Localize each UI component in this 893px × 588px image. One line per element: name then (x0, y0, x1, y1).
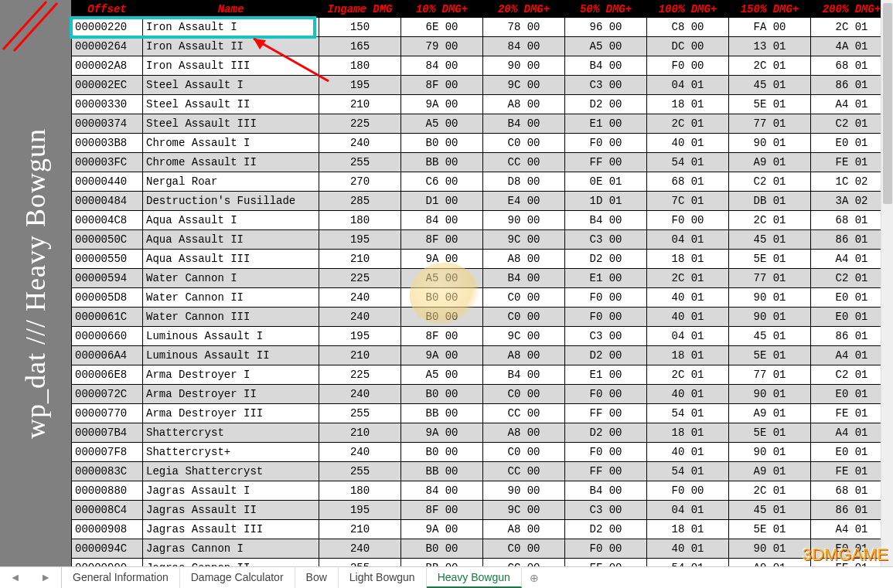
dmg20-cell[interactable]: B4 00 (483, 114, 565, 134)
table-row[interactable]: 00000484Destruction's Fusillade285D1 00E… (1, 192, 893, 211)
ingame-dmg-cell[interactable]: 240 (319, 385, 401, 404)
dmg20-cell[interactable]: 9C 00 (483, 230, 565, 250)
dmg50-cell[interactable]: 1D 01 (565, 192, 647, 211)
dmg10-cell[interactable]: D1 00 (401, 192, 483, 211)
dmg20-cell[interactable]: A8 00 (483, 520, 565, 539)
dmg50-cell[interactable]: F0 00 (565, 288, 647, 308)
table-row[interactable]: 000005D8Water Cannon II240B0 00C0 00F0 0… (1, 288, 893, 308)
dmg20-cell[interactable]: B4 00 (483, 269, 565, 288)
dmg150-cell[interactable]: A9 01 (729, 153, 811, 172)
offset-cell[interactable]: 0000061C (72, 308, 143, 327)
sheet-tab[interactable]: Bow (295, 568, 339, 588)
table-row[interactable]: 000002A8Iron Assault III18084 0090 00B4 … (1, 56, 893, 76)
dmg10-cell[interactable]: A5 00 (401, 114, 483, 134)
dmg100-cell[interactable]: 18 01 (647, 250, 729, 269)
ingame-dmg-cell[interactable]: 180 (319, 481, 401, 501)
dmg50-cell[interactable]: F0 00 (565, 443, 647, 462)
dmg50-cell[interactable]: D2 00 (565, 346, 647, 365)
dmg150-cell[interactable]: A9 01 (729, 559, 811, 567)
dmg10-cell[interactable]: 9A 00 (401, 250, 483, 269)
offset-cell[interactable]: 000008C4 (72, 501, 143, 520)
ingame-dmg-cell[interactable]: 210 (319, 520, 401, 539)
offset-cell[interactable]: 000003B8 (72, 134, 143, 153)
ingame-dmg-cell[interactable]: 210 (319, 250, 401, 269)
table-row[interactable]: 000006A4Luminous Assault II2109A 00A8 00… (1, 346, 893, 365)
header-10pct[interactable]: 10% DMG+ (401, 1, 483, 18)
table-row[interactable]: 00000990Jagras Cannon II255BB 00CC 00FF … (1, 559, 893, 567)
dmg100-cell[interactable]: 2C 01 (647, 365, 729, 385)
dmg100-cell[interactable]: 7C 01 (647, 192, 729, 211)
table-row[interactable]: 00000908Jagras Assault III2109A 00A8 00D… (1, 520, 893, 539)
dmg50-cell[interactable]: D2 00 (565, 520, 647, 539)
dmg100-cell[interactable]: 40 01 (647, 385, 729, 404)
offset-cell[interactable]: 000002EC (72, 76, 143, 95)
dmg50-cell[interactable]: F0 00 (565, 308, 647, 327)
offset-cell[interactable]: 00000220 (72, 18, 143, 37)
name-cell[interactable]: Iron Assault III (143, 56, 319, 76)
dmg50-cell[interactable]: C3 00 (565, 327, 647, 346)
dmg10-cell[interactable]: B0 00 (401, 385, 483, 404)
dmg50-cell[interactable]: FF 00 (565, 559, 647, 567)
dmg50-cell[interactable]: E1 00 (565, 365, 647, 385)
name-cell[interactable]: Iron Assault I (143, 18, 319, 37)
dmg10-cell[interactable]: 84 00 (401, 56, 483, 76)
dmg50-cell[interactable]: A5 00 (565, 37, 647, 56)
offset-cell[interactable]: 000006E8 (72, 365, 143, 385)
offset-cell[interactable]: 000004C8 (72, 211, 143, 230)
name-cell[interactable]: Shattercryst+ (143, 443, 319, 462)
dmg10-cell[interactable]: A5 00 (401, 365, 483, 385)
dmg20-cell[interactable]: 9C 00 (483, 501, 565, 520)
offset-cell[interactable]: 00000594 (72, 269, 143, 288)
dmg10-cell[interactable]: B0 00 (401, 288, 483, 308)
dmg100-cell[interactable]: F0 00 (647, 481, 729, 501)
offset-cell[interactable]: 00000550 (72, 250, 143, 269)
dmg50-cell[interactable]: F0 00 (565, 539, 647, 559)
dmg20-cell[interactable]: C0 00 (483, 443, 565, 462)
dmg150-cell[interactable]: 5E 01 (729, 346, 811, 365)
dmg150-cell[interactable]: 77 01 (729, 114, 811, 134)
table-row[interactable]: 000003FCChrome Assault II255BB 00CC 00FF… (1, 153, 893, 172)
ingame-dmg-cell[interactable]: 195 (319, 230, 401, 250)
name-cell[interactable]: Water Cannon I (143, 269, 319, 288)
dmg10-cell[interactable]: BB 00 (401, 153, 483, 172)
name-cell[interactable]: Legia Shattercryst (143, 462, 319, 481)
offset-cell[interactable]: 00000264 (72, 37, 143, 56)
dmg150-cell[interactable]: 77 01 (729, 365, 811, 385)
ingame-dmg-cell[interactable]: 210 (319, 95, 401, 114)
sheet-tab[interactable]: Damage Calculator (180, 568, 295, 588)
offset-cell[interactable]: 00000770 (72, 404, 143, 423)
dmg50-cell[interactable]: FF 00 (565, 462, 647, 481)
sheet-tab[interactable]: Heavy Bowgun (427, 568, 522, 588)
dmg150-cell[interactable]: 45 01 (729, 230, 811, 250)
dmg20-cell[interactable]: 90 00 (483, 56, 565, 76)
dmg50-cell[interactable]: C3 00 (565, 76, 647, 95)
dmg50-cell[interactable]: 96 00 (565, 18, 647, 37)
dmg100-cell[interactable]: F0 00 (647, 56, 729, 76)
name-cell[interactable]: Steel Assault II (143, 95, 319, 114)
offset-cell[interactable]: 0000083C (72, 462, 143, 481)
dmg20-cell[interactable]: C0 00 (483, 134, 565, 153)
table-row[interactable]: 00000660Luminous Assault I1958F 009C 00C… (1, 327, 893, 346)
offset-cell[interactable]: 000002A8 (72, 56, 143, 76)
dmg100-cell[interactable]: 40 01 (647, 443, 729, 462)
dmg50-cell[interactable]: E1 00 (565, 269, 647, 288)
dmg20-cell[interactable]: A8 00 (483, 423, 565, 443)
dmg150-cell[interactable]: 90 01 (729, 385, 811, 404)
name-cell[interactable]: Arma Destroyer I (143, 365, 319, 385)
dmg10-cell[interactable]: 6E 00 (401, 18, 483, 37)
table-row[interactable]: 0000083CLegia Shattercryst255BB 00CC 00F… (1, 462, 893, 481)
dmg20-cell[interactable]: 90 00 (483, 211, 565, 230)
dmg50-cell[interactable]: 0E 01 (565, 172, 647, 192)
dmg10-cell[interactable]: BB 00 (401, 559, 483, 567)
dmg150-cell[interactable]: 5E 01 (729, 423, 811, 443)
dmg150-cell[interactable]: FA 00 (729, 18, 811, 37)
dmg100-cell[interactable]: 04 01 (647, 501, 729, 520)
dmg10-cell[interactable]: 9A 00 (401, 520, 483, 539)
dmg20-cell[interactable]: B4 00 (483, 365, 565, 385)
header-offset[interactable]: Offset (72, 1, 143, 18)
dmg10-cell[interactable]: B0 00 (401, 539, 483, 559)
ingame-dmg-cell[interactable]: 240 (319, 134, 401, 153)
ingame-dmg-cell[interactable]: 240 (319, 308, 401, 327)
dmg150-cell[interactable]: 90 01 (729, 308, 811, 327)
dmg50-cell[interactable]: D2 00 (565, 250, 647, 269)
